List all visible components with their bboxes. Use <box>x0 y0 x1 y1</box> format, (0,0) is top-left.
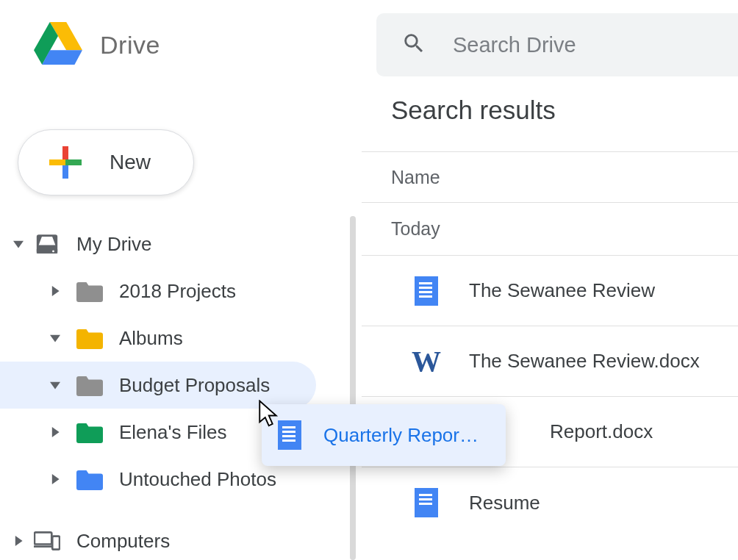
svg-marker-11 <box>52 427 60 437</box>
folder-icon <box>76 466 103 492</box>
svg-rect-14 <box>35 532 51 544</box>
column-header-name[interactable]: Name <box>362 151 738 203</box>
svg-marker-12 <box>52 474 60 484</box>
chevron-down-icon[interactable] <box>47 333 63 343</box>
sidebar-item-label: Albums <box>119 327 183 350</box>
file-row[interactable]: W The Sewanee Review.docx <box>362 326 738 397</box>
svg-point-7 <box>52 251 54 253</box>
drive-logo-icon <box>34 22 82 68</box>
drag-ghost: Quarterly Repor… <box>262 404 506 466</box>
search-results-panel: Search results Name Today The Sewanee Re… <box>362 96 738 538</box>
app-title: Drive <box>100 31 160 60</box>
chevron-right-icon[interactable] <box>10 536 26 546</box>
section-today: Today <box>362 203 738 256</box>
svg-rect-16 <box>52 536 60 550</box>
chevron-down-icon[interactable] <box>47 380 63 390</box>
docs-icon <box>413 489 440 516</box>
logo-area: Drive <box>34 22 160 68</box>
svg-marker-10 <box>50 382 60 390</box>
sidebar-root-computers[interactable]: Computers <box>0 517 338 560</box>
folder-icon <box>76 419 103 445</box>
plus-icon <box>49 146 82 179</box>
new-button[interactable]: New <box>18 129 194 195</box>
sidebar-item-2018-projects[interactable]: 2018 Projects <box>0 268 338 315</box>
sidebar-item-label: Elena's Files <box>119 421 227 444</box>
sidebar-item-albums[interactable]: Albums <box>0 315 338 362</box>
sidebar-item-label: 2018 Projects <box>119 280 236 303</box>
docs-icon <box>278 420 301 450</box>
sidebar-item-budget-proposals[interactable]: Budget Proposals <box>0 362 316 409</box>
svg-marker-8 <box>52 286 60 296</box>
search-input[interactable] <box>453 33 738 57</box>
file-name: The Sewanee Review <box>469 279 655 302</box>
file-name: Resume <box>469 492 540 514</box>
results-title: Search results <box>362 96 738 125</box>
sidebar-item-label: Untouched Photos <box>119 468 276 491</box>
svg-marker-3 <box>13 241 24 248</box>
panel-divider[interactable] <box>350 216 356 560</box>
file-row[interactable]: The Sewanee Review <box>362 256 738 326</box>
svg-rect-15 <box>34 545 52 548</box>
folder-icon <box>76 325 103 351</box>
svg-marker-13 <box>15 536 23 546</box>
search-bar[interactable] <box>376 13 738 76</box>
chevron-down-icon[interactable] <box>10 239 26 249</box>
sidebar-root-mydrive[interactable]: My Drive <box>0 220 338 268</box>
chevron-right-icon[interactable] <box>47 474 63 484</box>
new-button-label: New <box>110 151 151 174</box>
search-icon <box>401 31 426 59</box>
file-row[interactable]: Resume <box>362 467 738 538</box>
sidebar-tree: My Drive 2018 Projects Albums Budget Pro… <box>0 220 338 560</box>
drag-ghost-label: Quarterly Repor… <box>323 424 479 447</box>
docs-icon <box>413 278 440 304</box>
word-icon: W <box>413 348 440 375</box>
devices-icon <box>34 528 60 554</box>
folder-icon <box>76 372 103 398</box>
file-name: Report.docx <box>550 420 653 443</box>
sidebar-item-label: Budget Proposals <box>119 374 270 397</box>
chevron-right-icon[interactable] <box>47 427 63 437</box>
sidebar-root-label: Computers <box>76 530 170 553</box>
sidebar-root-label: My Drive <box>76 233 152 256</box>
folder-icon <box>76 278 103 304</box>
svg-marker-9 <box>50 335 60 342</box>
chevron-right-icon[interactable] <box>47 286 63 296</box>
file-name: The Sewanee Review.docx <box>469 350 700 373</box>
drive-root-icon <box>34 231 60 257</box>
